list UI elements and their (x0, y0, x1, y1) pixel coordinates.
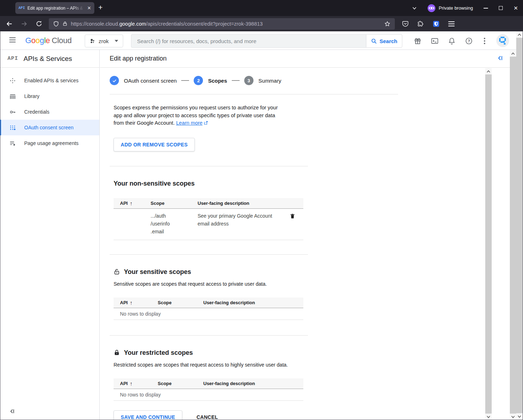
non-sensitive-scopes-table: API↑ Scope User-facing description .../a… (114, 198, 303, 240)
svg-text:?: ? (468, 39, 470, 43)
tab-close-icon[interactable]: ✕ (87, 5, 91, 11)
key-icon (9, 109, 16, 115)
scroll-down-icon[interactable] (485, 414, 492, 420)
step-oauth-consent-screen[interactable]: OAuth consent screen (110, 76, 177, 85)
scroll-up-icon[interactable] (510, 50, 516, 57)
unlock-icon (114, 268, 120, 275)
scroll-up-icon[interactable] (485, 68, 492, 74)
account-avatar[interactable] (496, 34, 509, 47)
window-maximize-button[interactable] (499, 6, 503, 10)
scroll-down-icon[interactable] (510, 414, 516, 420)
column-header-scope[interactable]: Scope (151, 201, 198, 206)
divider (110, 254, 308, 255)
scroll-up-icon[interactable] (516, 31, 523, 38)
browser-titlebar: API Edit app registration – APIs & Se ✕ … (0, 0, 523, 16)
column-header-api[interactable]: API↑ (114, 380, 158, 387)
sidebar-item-enabled-apis[interactable]: Enabled APIs & services (0, 73, 99, 88)
cancel-button[interactable]: CANCEL (197, 414, 218, 420)
oauth-consent-icon (9, 124, 16, 131)
reload-button-icon[interactable] (36, 20, 42, 27)
step-summary[interactable]: 3 Summary (244, 76, 281, 85)
project-selector[interactable]: zrok (85, 35, 123, 47)
search-input[interactable] (131, 34, 366, 48)
sidebar-item-oauth-consent-screen[interactable]: OAuth consent screen (0, 120, 99, 135)
browser-toolbar: https://console.cloud.google.com/apis/cr… (0, 16, 523, 31)
step-done-check-icon (110, 76, 119, 85)
column-header-scope[interactable]: Scope (158, 381, 203, 386)
search-button[interactable]: Search (366, 34, 402, 48)
column-header-api[interactable]: API↑ (114, 300, 158, 306)
divider (110, 94, 398, 94)
restricted-scopes-heading: Your restricted scopes (114, 349, 485, 357)
project-dots-icon (89, 38, 95, 44)
column-header-description[interactable]: User-facing description (203, 381, 303, 386)
content-scrollbar[interactable] (510, 50, 516, 420)
free-trial-gift-icon[interactable] (414, 37, 422, 45)
column-header-description[interactable]: User-facing description (203, 300, 303, 305)
private-mask-icon (428, 4, 435, 12)
sidebar-collapse-icon[interactable] (9, 408, 15, 414)
url-bar[interactable]: https://console.cloud.google.com/apis/cr… (49, 18, 395, 30)
url-text[interactable]: https://console.cloud.google.com/apis/cr… (71, 21, 381, 27)
lock-icon[interactable] (62, 21, 68, 27)
tab-favicon-api-icon: API (19, 6, 25, 10)
external-link-icon (204, 121, 208, 125)
bitwarden-shield-icon[interactable] (433, 20, 440, 27)
sidebar-title: APIs & Services (23, 55, 72, 63)
main-panel: Edit app registration OAuth consent scre… (100, 50, 485, 420)
empty-table-message: No rows to display (114, 389, 303, 401)
cloud-shell-icon[interactable] (431, 37, 439, 45)
column-header-scope[interactable]: Scope (158, 300, 203, 305)
window-minimize-button[interactable] (483, 8, 488, 9)
step-scopes[interactable]: 2 Scopes (194, 76, 227, 85)
more-options-icon[interactable] (483, 37, 486, 45)
learn-more-link[interactable]: Learn more (176, 120, 203, 126)
tracking-shield-icon[interactable] (53, 21, 59, 27)
page-scrollbar[interactable] (516, 31, 523, 420)
tab-title: Edit app registration – APIs & Se (27, 6, 86, 11)
add-or-remove-scopes-button[interactable]: ADD OR REMOVE SCOPES (114, 138, 195, 151)
save-and-continue-button[interactable]: SAVE AND CONTINUE (114, 410, 182, 420)
pocket-icon[interactable] (402, 20, 409, 27)
delete-scope-trash-icon[interactable] (289, 213, 296, 235)
enabled-apis-icon (9, 77, 16, 84)
lock-icon (114, 349, 120, 356)
step-connector (232, 80, 240, 81)
console-nav-hamburger-icon[interactable] (9, 37, 16, 44)
window-edge (0, 31, 0, 420)
divider (110, 166, 308, 166)
inner-scrollbar[interactable] (485, 68, 492, 420)
avatar-q-icon (498, 36, 507, 45)
right-panel-strip (485, 50, 510, 420)
console-header: GoogleCloud zrok Search ? (0, 31, 523, 50)
sort-ascending-icon: ↑ (130, 300, 133, 306)
column-header-api[interactable]: API↑ (114, 200, 151, 206)
scroll-down-icon[interactable] (516, 413, 523, 420)
non-sensitive-scopes-heading: Your non-sensitive scopes (114, 180, 485, 187)
sidebar-item-credentials[interactable]: Credentials (0, 104, 99, 120)
column-header-description[interactable]: User-facing description (198, 201, 303, 206)
bookmark-star-icon[interactable] (384, 21, 391, 27)
row-api-cell (114, 212, 151, 235)
google-cloud-logo[interactable]: GoogleCloud (25, 36, 72, 45)
console-content: API APIs & Services Enabled APIs & servi… (0, 50, 523, 420)
step-number: 2 (194, 76, 203, 85)
sidebar-item-label: OAuth consent screen (24, 125, 74, 130)
extensions-puzzle-icon[interactable] (417, 20, 424, 27)
sensitive-scopes-table: API↑ Scope User-facing description No ro… (114, 297, 303, 320)
private-browsing-indicator: Private browsing (428, 4, 473, 12)
window-close-button[interactable]: ✕ (513, 5, 518, 11)
menu-hamburger-icon[interactable] (448, 21, 455, 27)
notifications-bell-icon[interactable] (448, 37, 456, 45)
sidebar-item-page-usage-agreements[interactable]: Page usage agreements (0, 135, 99, 151)
forward-button-icon[interactable] (21, 20, 28, 27)
sort-ascending-icon: ↑ (130, 380, 133, 387)
new-tab-button[interactable]: + (98, 3, 103, 12)
back-button-icon[interactable] (6, 20, 13, 27)
help-icon[interactable]: ? (465, 37, 473, 45)
sidebar-item-library[interactable]: Library (0, 88, 99, 104)
tab-list-chevron-icon[interactable] (412, 6, 417, 11)
table-row: .../auth /userinfo .email See your prima… (114, 209, 303, 240)
panel-collapse-icon[interactable] (497, 55, 503, 61)
browser-tab[interactable]: API Edit app registration – APIs & Se ✕ (15, 2, 94, 14)
